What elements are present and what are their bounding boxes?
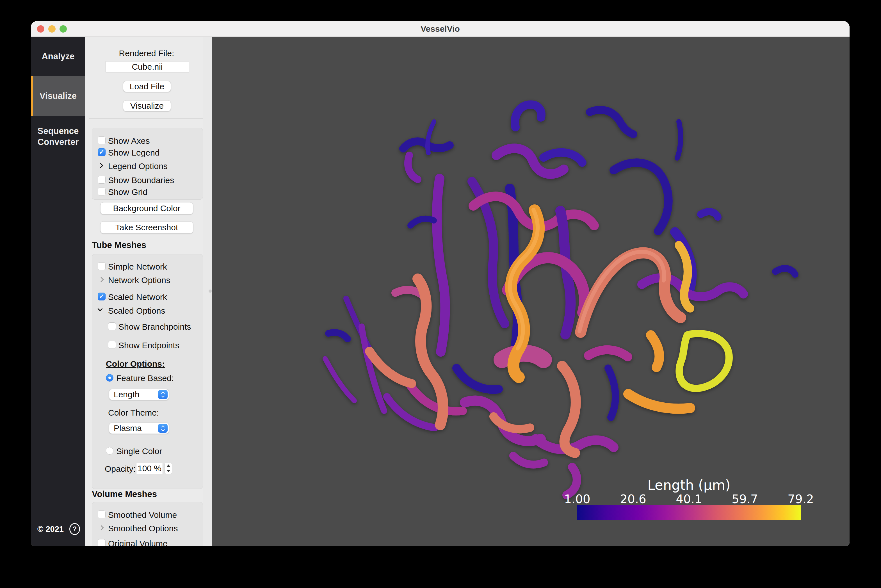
scaled-network-label: Scaled Network [108,292,167,302]
visualize-button[interactable]: Visualize [123,100,171,111]
original-volume-checkbox[interactable] [98,539,106,546]
background-color-button[interactable]: Background Color [100,202,193,214]
opacity-field[interactable]: 100 % [136,463,163,474]
sidebar-footer: © 2021 ? [31,524,85,535]
network-options-label[interactable]: Network Options [108,276,171,285]
select-chevrons-icon [158,390,168,399]
tab-label: Analyze [42,51,74,62]
color-options-title: Color Options: [106,359,165,369]
settings-panel: Rendered File: Cube.nii Load File Visual… [85,37,208,546]
show-grid-label: Show Grid [108,187,147,197]
show-endpoints-checkbox[interactable] [108,341,116,349]
sidebar-item-analyze[interactable]: Analyze [31,37,85,76]
active-tab-accent [31,76,33,116]
legend-tick: 59.7 [722,492,767,506]
select-chevrons-icon [158,424,168,433]
show-boundaries-checkbox[interactable] [98,176,106,184]
feature-based-radio[interactable] [106,374,114,382]
single-color-radio[interactable] [106,447,114,454]
legend-tick: 40.1 [667,492,712,506]
scaled-network-checkbox[interactable]: ✓ [98,292,106,300]
show-grid-checkbox[interactable] [98,188,106,195]
feature-select-value: Length [114,390,139,399]
legend-options-label[interactable]: Legend Options [108,162,168,171]
volume-meshes-title: Volume Meshes [92,489,157,499]
opacity-label: Opacity: [105,464,136,474]
tab-label: Visualize [40,91,76,101]
legend-title: Length (μm) [555,477,823,493]
vessel-network-render [212,37,850,546]
render-viewport[interactable]: Length (μm) 1.00 20.6 40.1 59.7 79.2 [212,37,850,546]
feature-based-label: Feature Based: [116,374,174,383]
legend-colorbar [577,505,801,520]
original-volume-label: Original Volume [108,539,168,546]
stepper-down-icon[interactable] [165,468,172,474]
smoothed-volume-checkbox[interactable] [98,510,106,518]
smoothed-volume-label: Smoothed Volume [108,510,177,520]
color-theme-label: Color Theme: [108,408,159,417]
zoom-button-icon[interactable] [60,25,67,33]
simple-network-checkbox[interactable] [98,262,106,270]
smoothed-options-label[interactable]: Smoothed Options [108,524,178,533]
copyright-text: © 2021 [37,525,64,534]
stepper-up-icon[interactable] [165,463,172,468]
minimize-button-icon[interactable] [48,25,55,33]
rendered-file-field[interactable]: Cube.nii [106,61,189,72]
simple-network-label: Simple Network [108,262,167,272]
sidebar-item-visualize[interactable]: Visualize [31,76,85,116]
legend-tick: 1.00 [555,492,600,506]
scaled-options-label[interactable]: Scaled Options [108,306,165,316]
splitter-handle[interactable] [208,290,212,292]
show-boundaries-label: Show Boundaries [108,176,174,185]
show-branchpoints-checkbox[interactable] [108,322,116,330]
screen: VesselVio Analyze Visualize Sequence Con… [0,0,881,588]
app-window: VesselVio Analyze Visualize Sequence Con… [31,21,850,546]
color-theme-select[interactable]: Plasma [109,423,169,434]
show-axes-checkbox[interactable] [98,136,106,144]
show-axes-label: Show Axes [108,136,150,146]
legend-tick-labels: 1.00 20.6 40.1 59.7 79.2 [555,492,823,506]
sidebar-item-sequence-converter[interactable]: Sequence Converter [31,116,85,158]
show-legend-checkbox[interactable]: ✓ [98,148,106,156]
checkmark-icon: ✓ [99,149,104,155]
close-button-icon[interactable] [37,25,44,33]
show-branchpoints-label: Show Branchpoints [118,322,191,332]
panel-splitter[interactable] [208,37,212,546]
panel-scrollbar[interactable] [203,37,208,546]
divider [89,118,203,118]
show-endpoints-label: Show Endpoints [118,340,180,350]
window-title: VesselVio [421,24,460,34]
load-file-button[interactable]: Load File [123,81,171,92]
checkmark-icon: ✓ [99,294,104,300]
single-color-label: Single Color [116,447,162,456]
titlebar[interactable]: VesselVio [31,21,850,37]
help-icon[interactable]: ? [69,523,80,535]
feature-select[interactable]: Length [109,389,169,400]
color-theme-value: Plasma [114,423,142,433]
traffic-lights [37,25,67,33]
legend-tick: 79.2 [778,492,823,506]
take-screenshot-button[interactable]: Take Screenshot [100,221,193,234]
sidebar: Analyze Visualize Sequence Converter © 2… [31,37,85,546]
legend-tick: 20.6 [611,492,656,506]
tube-meshes-title: Tube Meshes [92,240,146,250]
opacity-stepper[interactable] [165,463,172,474]
rendered-file-label: Rendered File: [85,49,208,58]
show-legend-label: Show Legend [108,148,160,158]
tab-label: Sequence Converter [35,126,81,148]
